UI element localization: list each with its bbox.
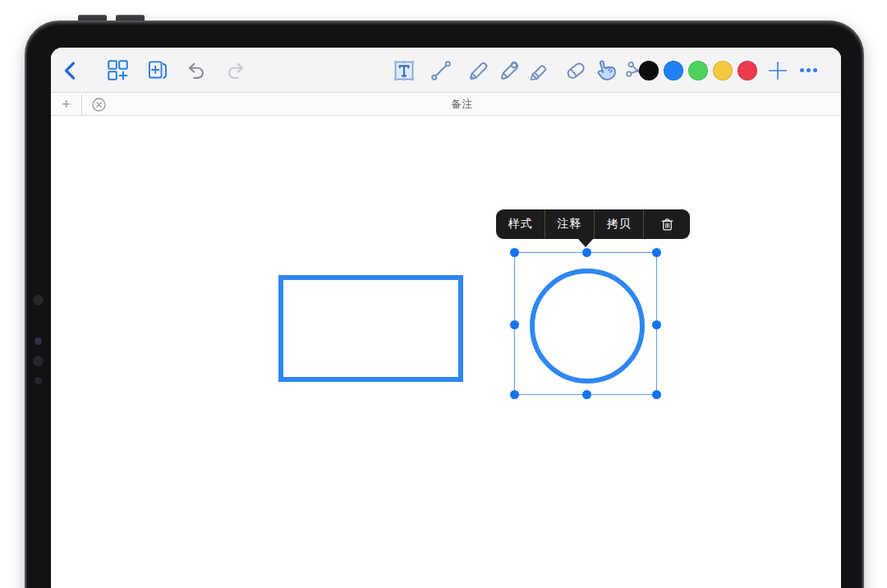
pointer-tool-button[interactable] [593,57,618,85]
tab-bar: + 备注 [51,94,841,116]
toolbar-right-group [767,48,817,93]
drawn-rectangle[interactable] [278,275,463,382]
selection-handle-s[interactable] [582,390,591,399]
pen-tool-button[interactable] [495,57,521,85]
selection-handle-ne[interactable] [652,248,661,257]
menu-item-delete[interactable] [644,209,690,239]
page-plus-icon [146,59,168,81]
context-menu-arrow [578,239,593,247]
circle-x-icon [92,98,106,112]
eraser-tool-button[interactable] [563,57,588,85]
plus-icon [767,60,788,81]
screenshot-stage: + 备注 [0,0,887,588]
text-box-icon [393,59,416,82]
color-swatch-black[interactable] [639,61,659,80]
pen-icon [496,58,521,83]
back-button[interactable] [61,58,79,83]
highlighter-tool-button[interactable] [526,57,551,85]
ellipsis-icon [800,68,804,72]
tab-close-button[interactable] [92,98,106,112]
more-options-button[interactable] [800,68,817,72]
tablet-screen: + 备注 [51,48,841,588]
bezel-dot [34,377,42,384]
color-swatch-red[interactable] [738,61,757,80]
selection-handle-w[interactable] [510,320,519,329]
chevron-left-icon [62,61,77,80]
pencil-icon [466,58,490,83]
add-page-button[interactable] [145,58,169,83]
redo-arrow-icon [225,60,246,81]
bezel-dot [34,338,42,345]
toolbar-color-group [639,48,757,93]
selection-handle-nw[interactable] [510,248,519,257]
pointing-hand-icon [593,57,618,84]
main-toolbar [51,48,841,93]
page-overview-button[interactable] [105,58,130,83]
selection-handle-e[interactable] [652,320,661,329]
color-swatch-blue[interactable] [664,61,683,80]
selection-handle-n[interactable] [582,248,591,257]
drawing-canvas[interactable]: 样式 注释 拷贝 [51,117,841,588]
eraser-icon [563,58,588,83]
text-tool-button[interactable] [391,57,416,85]
selection-context-menu: 样式 注释 拷贝 [496,209,690,239]
undo-arrow-icon [186,60,207,81]
new-tab-button[interactable]: + [51,94,82,115]
selection-handle-sw[interactable] [510,390,519,399]
bezel-dot [33,295,44,305]
tablet-bezel: + 备注 [25,21,864,588]
redo-button[interactable] [223,58,248,83]
add-color-button[interactable] [767,60,788,81]
line-endpoints-icon [430,59,453,82]
ellipsis-icon [813,68,817,72]
color-swatch-green[interactable] [688,61,708,80]
toolbar-left-group [61,48,248,93]
bezel-dot [33,356,44,366]
tab-notes[interactable]: 备注 [82,94,841,115]
shape-tool-button[interactable] [428,57,453,85]
undo-button[interactable] [184,58,209,83]
tab-title: 备注 [82,97,841,112]
trash-icon [660,217,675,232]
menu-item-annotate[interactable]: 注释 [545,209,595,239]
pencil-tool-button[interactable] [465,57,490,85]
menu-item-copy[interactable]: 拷贝 [595,209,644,239]
color-swatch-yellow[interactable] [713,61,733,80]
highlighter-icon [526,58,551,83]
selection-handle-se[interactable] [652,390,661,399]
grid-plus-icon [107,59,129,81]
drawn-circle-selected[interactable] [530,269,645,384]
menu-item-style[interactable]: 样式 [496,209,545,239]
ellipsis-icon [807,68,811,72]
toolbar-tools-group [391,48,649,93]
